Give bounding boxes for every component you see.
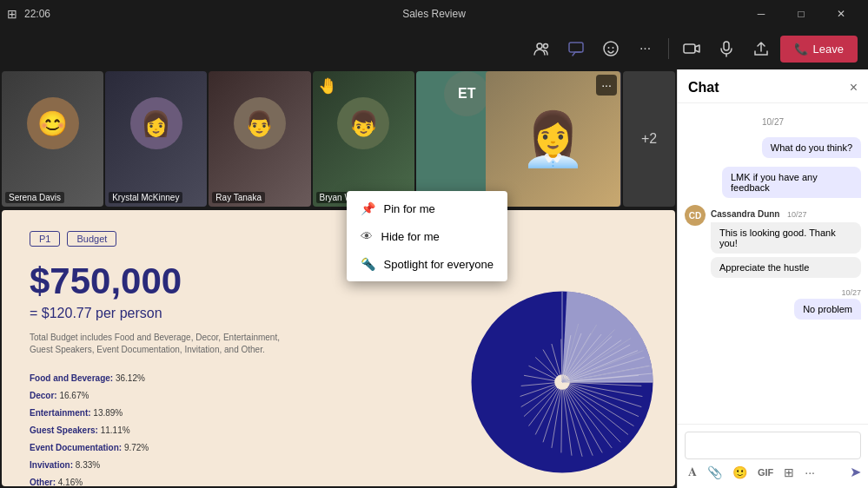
chat-sender-cassandra: CD Cassandra Dunn 10/27 This is looking … — [685, 205, 861, 278]
maximize-button[interactable]: □ — [781, 0, 821, 28]
cassandra-time: 10/27 — [787, 210, 807, 219]
presenter-menu-button[interactable]: ··· — [596, 75, 617, 96]
context-menu: 📌 Pin for me 👁 Hide for me 🔦 Spotlight f… — [347, 191, 507, 281]
format-icon-button[interactable]: 𝐀 — [685, 463, 700, 481]
close-button[interactable]: ✕ — [821, 0, 861, 28]
chat-title: Chat — [688, 80, 719, 96]
cassandra-name: Cassandra Dunn — [711, 209, 779, 219]
eva-avatar: ET — [444, 71, 489, 116]
context-spotlight-item[interactable]: 🔦 Spotlight for everyone — [347, 250, 507, 278]
svg-point-0 — [537, 43, 542, 49]
item-value-4: 9.72% — [124, 443, 149, 452]
participant-name-serena: Serena Davis — [5, 192, 64, 203]
extra-participants: +2 — [623, 71, 675, 207]
chat-input[interactable] — [685, 432, 861, 459]
cassandra-avatar: CD — [685, 205, 706, 226]
presenter-thumb: 👩‍💼 ··· — [486, 71, 620, 207]
meeting-toolbar: ··· 📞 Leave — [0, 28, 868, 69]
pin-icon: 📌 — [361, 201, 375, 215]
participant-thumb-ray: 👨 Ray Tanaka — [209, 71, 310, 207]
pie-chart-svg — [467, 287, 658, 478]
attach-icon-button[interactable]: 📎 — [704, 464, 726, 481]
chat-timestamp-1: 10/27 — [685, 117, 861, 127]
chat-messages: 10/27 What do you think? LMK if you have… — [678, 103, 868, 424]
participant-name-ray: Ray Tanaka — [212, 192, 265, 203]
window-controls: ─ □ ✕ — [741, 0, 861, 28]
item-value-5: 8.33% — [76, 460, 100, 470]
options-icon-button[interactable]: ⊞ — [780, 464, 798, 481]
raise-hand-icon: 🤚 — [318, 76, 337, 96]
time-display: 22:06 — [24, 8, 50, 20]
participant-thumb-serena: 😊 Serena Davis — [2, 71, 103, 207]
main-area: 😊 Serena Davis 👩 Krystal McKinney 👨 Ray … — [0, 69, 868, 488]
context-hide-item[interactable]: 👁 Hide for me — [347, 222, 507, 250]
participant-thumb-bryan: 🤚 👦 Bryan W... — [313, 71, 414, 207]
item-value-2: 13.89% — [93, 408, 123, 418]
svg-point-5 — [612, 47, 613, 49]
chat-bubble-right-3: No problem — [794, 299, 861, 320]
pie-chart — [467, 287, 658, 478]
minimize-button[interactable]: ─ — [741, 0, 781, 28]
chat-bubble-right-2: LMK if you have any feedback — [722, 167, 861, 198]
chat-close-button[interactable]: × — [850, 80, 858, 96]
spotlight-icon: 🔦 — [361, 257, 375, 271]
item-label-2: Entertainment: — [30, 408, 91, 418]
item-value-3: 11.11% — [101, 425, 130, 435]
emoji-icon-button[interactable]: 🙂 — [729, 464, 751, 481]
svg-point-4 — [607, 47, 609, 49]
content-area: 😊 Serena Davis 👩 Krystal McKinney 👨 Ray … — [0, 69, 677, 488]
chat-panel: Chat × 10/27 What do you think? LMK if y… — [677, 69, 868, 488]
item-label-3: Guest Speakers: — [30, 425, 98, 435]
slide-tag-budget: Budget — [67, 231, 116, 247]
chat-header: Chat × — [678, 69, 868, 103]
chat-more-button[interactable]: ··· — [801, 464, 818, 481]
svg-rect-6 — [684, 44, 695, 53]
slide-tag-p1: P1 — [30, 231, 60, 247]
chat-icon-button[interactable] — [560, 33, 592, 64]
participants-bar: 😊 Serena Davis 👩 Krystal McKinney 👨 Ray … — [0, 69, 677, 208]
title-bar-left: ⊞ 22:06 — [7, 7, 50, 21]
participant-name-krystal: Krystal McKinney — [109, 192, 182, 203]
phone-icon: 📞 — [794, 43, 808, 56]
chat-bubble-right-1: What do you think? — [762, 137, 861, 158]
item-label-4: Event Documentation: — [30, 443, 122, 452]
chat-bubble-cassandra-2: Appreciate the hustle — [711, 257, 861, 278]
reactions-icon-button[interactable] — [595, 33, 626, 64]
slide-description: Total Budget includes Food and Beverage,… — [30, 332, 290, 356]
item-value-0: 36.12% — [116, 373, 145, 383]
hide-icon: 👁 — [361, 229, 373, 243]
item-value-1: 16.67% — [59, 391, 89, 400]
people-icon-button[interactable] — [526, 33, 557, 64]
item-label-6: Other: — [30, 478, 56, 486]
presentation-slide: P1 Budget $750,000 = $120.77 per person … — [2, 210, 675, 486]
item-label-1: Decor: — [30, 391, 57, 400]
window-title: Sales Review — [402, 8, 466, 20]
svg-rect-2 — [569, 43, 583, 52]
context-pin-item[interactable]: 📌 Pin for me — [347, 195, 507, 222]
chat-toolbar: 𝐀 📎 🙂 GIF ⊞ ··· ➤ — [685, 463, 861, 481]
slide-tags: P1 Budget — [30, 231, 647, 247]
item-label-0: Food and Beverage: — [30, 373, 113, 383]
leave-button[interactable]: 📞 Leave — [780, 36, 858, 63]
camera-button[interactable] — [676, 33, 707, 64]
share-button[interactable] — [745, 33, 777, 64]
more-options-button[interactable]: ··· — [630, 33, 661, 64]
item-value-6: 4.16% — [58, 478, 83, 486]
no-problem-timestamp: 10/27 — [794, 288, 861, 297]
participant-thumb-krystal: 👩 Krystal McKinney — [105, 71, 207, 207]
title-bar: ⊞ 22:06 Sales Review ─ □ ✕ — [0, 0, 868, 28]
send-button[interactable]: ➤ — [850, 464, 861, 480]
svg-point-1 — [543, 44, 547, 49]
gif-icon-button[interactable]: GIF — [754, 465, 777, 479]
grid-icon: ⊞ — [7, 7, 17, 21]
chat-bubble-cassandra-1: This is looking good. Thank you! — [711, 222, 861, 254]
svg-rect-7 — [724, 42, 729, 50]
mic-button[interactable] — [711, 33, 742, 64]
chat-input-area: 𝐀 📎 🙂 GIF ⊞ ··· ➤ — [678, 424, 868, 488]
item-label-5: Invivation: — [30, 460, 73, 470]
